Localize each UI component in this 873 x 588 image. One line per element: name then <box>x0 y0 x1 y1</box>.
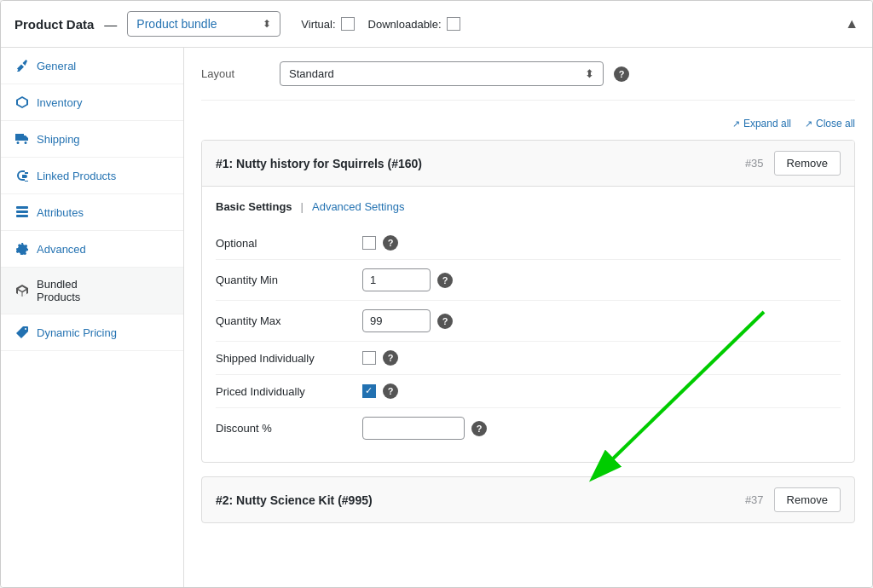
advanced-label: Advanced <box>37 243 86 256</box>
sidebar-item-shipping[interactable]: Shipping <box>1 121 183 158</box>
priced-individually-label: Priced Individually <box>216 385 352 398</box>
main-content: Layout Standard ⬍ ? ↗ Expand all ↗ Close… <box>184 48 872 587</box>
attributes-label: Attributes <box>37 206 84 219</box>
qty-max-label: Quantity Max <box>216 314 352 327</box>
product-type-value: Product bundle <box>136 17 217 31</box>
advanced-settings-tab[interactable]: Advanced Settings <box>312 200 404 213</box>
downloadable-option: Downloadable: <box>368 17 460 31</box>
truck-icon <box>14 131 30 147</box>
optional-help-icon[interactable]: ? <box>383 235 398 251</box>
qty-min-label: Quantity Min <box>216 274 352 286</box>
discount-control: ? <box>362 417 487 440</box>
close-all-button[interactable]: ↗ Close all <box>805 118 855 130</box>
priced-individually-checkbox[interactable] <box>362 384 376 398</box>
priced-individually-control: ? <box>362 383 398 399</box>
shipped-individually-label: Shipped Individually <box>216 352 352 365</box>
layout-select[interactable]: Standard ⬍ <box>280 61 604 86</box>
header-dash: — <box>104 17 117 32</box>
box-icon <box>14 283 30 298</box>
linked-products-label: Linked Products <box>37 170 116 182</box>
tab-divider: | <box>301 200 304 213</box>
close-all-label: Close all <box>816 118 855 130</box>
svg-rect-0 <box>16 206 28 209</box>
bundled-products-label: BundledProducts <box>37 278 80 303</box>
shipped-individually-checkbox[interactable] <box>362 351 376 365</box>
qty-max-input[interactable] <box>362 309 431 332</box>
product-type-select[interactable]: Product bundle ⬍ <box>127 11 280 37</box>
downloadable-label: Downloadable: <box>368 18 442 31</box>
bundle-item-2-id: #37 <box>745 493 764 506</box>
sidebar-item-bundled-products[interactable]: BundledProducts <box>1 268 183 314</box>
shipped-individually-control: ? <box>362 350 398 366</box>
qty-min-help-icon[interactable]: ? <box>437 273 453 288</box>
pricetag-icon <box>14 325 30 340</box>
bundle-item-1-header: #1: Nutty history for Squirrels (#160) #… <box>202 141 854 187</box>
virtual-checkbox[interactable] <box>341 17 355 31</box>
sidebar-item-general[interactable]: General <box>1 48 183 84</box>
discount-help-icon[interactable]: ? <box>471 421 487 436</box>
shipped-individually-help-icon[interactable]: ? <box>383 350 398 366</box>
expand-all-label: Expand all <box>743 118 791 130</box>
discount-input[interactable] <box>362 417 465 440</box>
virtual-label: Virtual: <box>301 18 335 31</box>
product-data-title: Product Data <box>14 17 94 32</box>
layout-label: Layout <box>201 67 269 80</box>
sidebar-item-inventory[interactable]: Inventory <box>1 84 183 121</box>
bundle-item-2-title: #2: Nutty Science Kit (#995) <box>216 493 745 507</box>
qty-max-row: Quantity Max ? <box>216 301 841 342</box>
inventory-label: Inventory <box>37 96 82 109</box>
shipping-label: Shipping <box>37 133 80 146</box>
collapse-button[interactable]: ▲ <box>845 16 859 32</box>
discount-row: Discount % ? <box>216 408 841 448</box>
qty-min-input[interactable] <box>362 268 431 291</box>
qty-max-control: ? <box>362 309 453 332</box>
bundle-item-1: #1: Nutty history for Squirrels (#160) #… <box>201 140 855 463</box>
qty-max-help-icon[interactable]: ? <box>437 314 453 329</box>
qty-min-row: Quantity Min ? <box>216 260 841 301</box>
bundle-item-1-title: #1: Nutty history for Squirrels (#160) <box>216 157 745 170</box>
general-label: General <box>37 60 76 72</box>
bundle-item-1-tabs: Basic Settings | Advanced Settings <box>216 200 841 213</box>
svg-rect-1 <box>16 210 28 213</box>
sidebar: General Inventory Shipping <box>1 48 184 587</box>
downloadable-checkbox[interactable] <box>447 17 460 31</box>
optional-checkbox[interactable] <box>362 236 376 250</box>
optional-control: ? <box>362 235 398 251</box>
optional-row: Optional ? <box>216 227 841 260</box>
sidebar-item-attributes[interactable]: Attributes <box>1 194 183 231</box>
gear-icon <box>14 241 30 257</box>
expand-all-button[interactable]: ↗ Expand all <box>732 118 791 130</box>
layout-select-arrow-icon: ⬍ <box>585 67 594 80</box>
dynamic-pricing-label: Dynamic Pricing <box>37 326 117 339</box>
link-icon <box>14 168 30 183</box>
sidebar-item-advanced[interactable]: Advanced <box>1 231 183 268</box>
select-arrow-icon: ⬍ <box>263 18 271 30</box>
svg-rect-2 <box>16 215 28 217</box>
bundle-item-1-body: Basic Settings | Advanced Settings Optio… <box>202 187 854 462</box>
bundle-item-1-id: #35 <box>745 157 764 170</box>
layout-value: Standard <box>289 67 334 80</box>
sidebar-item-dynamic-pricing[interactable]: Dynamic Pricing <box>1 314 183 351</box>
virtual-option: Virtual: <box>301 17 354 31</box>
layout-help-icon[interactable]: ? <box>614 66 629 82</box>
priced-individually-help-icon[interactable]: ? <box>383 383 398 399</box>
bundle-item-2: #2: Nutty Science Kit (#995) #37 Remove <box>201 476 855 523</box>
priced-individually-row: Priced Individually ? <box>216 375 841 408</box>
optional-label: Optional <box>216 237 352 250</box>
shipped-individually-row: Shipped Individually ? <box>216 342 841 375</box>
discount-label: Discount % <box>216 422 352 435</box>
qty-min-control: ? <box>362 268 453 291</box>
close-arrow-icon: ↗ <box>805 118 812 130</box>
bundle-item-2-remove-button[interactable]: Remove <box>774 487 841 512</box>
attributes-icon <box>14 205 30 220</box>
inventory-icon <box>14 95 30 110</box>
wrench-icon <box>14 58 30 73</box>
bundle-item-1-remove-button[interactable]: Remove <box>774 151 841 176</box>
basic-settings-tab[interactable]: Basic Settings <box>216 200 292 213</box>
expand-arrow-icon: ↗ <box>732 118 740 130</box>
sidebar-item-linked-products[interactable]: Linked Products <box>1 158 183 194</box>
